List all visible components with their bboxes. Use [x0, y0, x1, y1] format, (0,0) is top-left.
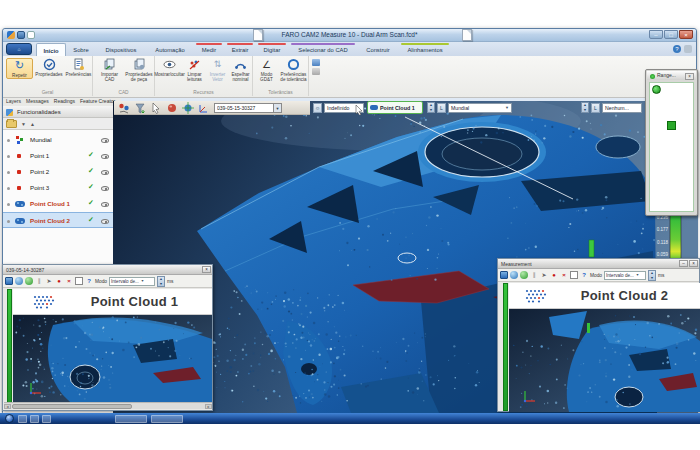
- expander-icon[interactable]: [7, 187, 10, 190]
- taskbar-icon[interactable]: [42, 415, 51, 423]
- clear-readings-button[interactable]: Limpar leituras: [183, 58, 206, 83]
- grid-icon[interactable]: [5, 277, 13, 285]
- tree-item-point-3[interactable]: Point 3 ✓: [3, 180, 113, 196]
- sync-icon[interactable]: [312, 68, 320, 75]
- chevron-down-icon[interactable]: ▼: [141, 279, 144, 283]
- ribbon-options-icon[interactable]: [684, 45, 692, 53]
- spinner-icon[interactable]: ▲▼: [427, 102, 435, 113]
- maximize-button[interactable]: □: [664, 30, 678, 39]
- tree-item-mundial[interactable]: Mundial: [3, 132, 113, 148]
- stop-icon[interactable]: ×: [65, 277, 73, 285]
- ribbon-tab-sobre[interactable]: Sobre: [67, 43, 95, 56]
- range-panel[interactable]: Range... ×: [645, 69, 698, 216]
- mode-combo[interactable]: Intervalo de...▼: [604, 271, 646, 280]
- grid-icon[interactable]: [500, 271, 508, 279]
- repeat-button[interactable]: ↻ Repetir: [6, 58, 33, 79]
- chevron-down-icon[interactable]: ▼: [274, 103, 282, 113]
- scrollbar-thumb[interactable]: [12, 404, 132, 409]
- measurement-window[interactable]: Measurement – × ∥ ➤ ● × ? Modo Intervalo…: [497, 258, 700, 412]
- visibility-icon[interactable]: [101, 186, 109, 191]
- ribbon-tab-automa-o[interactable]: Automação: [147, 43, 193, 56]
- sphere-icon[interactable]: [15, 277, 23, 285]
- chevron-down-icon[interactable]: ▼: [636, 273, 639, 277]
- sort-down-icon[interactable]: ▼: [21, 121, 26, 127]
- cursor-icon[interactable]: ➤: [45, 277, 53, 285]
- horizontal-scrollbar[interactable]: ◂ ▸: [4, 402, 212, 409]
- import-cad-button[interactable]: Importar CAD: [96, 58, 123, 83]
- alignment-selector-b[interactable]: ▲▼ L Nenhum...: [581, 102, 642, 113]
- export-icon[interactable]: [312, 59, 320, 66]
- taskbar-window-button[interactable]: [115, 415, 147, 423]
- spinner-icon[interactable]: ▲▼: [581, 102, 589, 113]
- windows-taskbar[interactable]: [0, 413, 700, 424]
- tolerance-preferences-button[interactable]: Preferências de tolerância: [280, 58, 307, 83]
- range-panel-title[interactable]: Range... ×: [647, 71, 696, 80]
- sort-up-icon[interactable]: ▲: [30, 121, 35, 127]
- folder-icon[interactable]: [6, 120, 17, 128]
- scan-id-field[interactable]: ▼: [214, 103, 282, 113]
- close-icon[interactable]: ×: [685, 73, 694, 80]
- close-icon[interactable]: ×: [202, 266, 211, 273]
- measurement-window-title[interactable]: Measurement: [498, 259, 699, 269]
- mode-combo[interactable]: Intervalo de...▼: [109, 277, 155, 286]
- visibility-icon[interactable]: [101, 154, 109, 159]
- frame-icon[interactable]: [75, 277, 83, 285]
- visibility-icon[interactable]: [101, 202, 109, 207]
- record-icon[interactable]: ●: [55, 277, 63, 285]
- tree-item-point-cloud-1[interactable]: Point Cloud 1 ✓: [3, 196, 113, 212]
- features-panel-header[interactable]: Funcionalidades: [3, 106, 113, 118]
- spinner-icon[interactable]: ▲▼: [648, 270, 656, 281]
- frame-icon[interactable]: [570, 271, 578, 279]
- ribbon-tab-selecionar-do-cad[interactable]: Selecionar do CAD: [289, 43, 357, 56]
- record-icon[interactable]: ●: [550, 271, 558, 279]
- cursor-icon[interactable]: ➤: [540, 271, 548, 279]
- sphere-target-icon[interactable]: [182, 102, 194, 114]
- pause-icon[interactable]: ∥: [35, 277, 43, 285]
- pause-icon[interactable]: ∥: [530, 271, 538, 279]
- close-button[interactable]: ×: [679, 30, 693, 39]
- select-cursor-icon[interactable]: [150, 102, 162, 114]
- expander-icon[interactable]: [7, 139, 10, 142]
- scan-id-input[interactable]: [214, 103, 274, 113]
- scroll-left-icon[interactable]: ◂: [4, 404, 11, 409]
- tree-item-point-cloud-2[interactable]: Point Cloud 2 ✓: [3, 212, 113, 228]
- axes-small-icon[interactable]: [198, 102, 210, 114]
- tree-item-point-1[interactable]: Point 1 ✓: [3, 148, 113, 164]
- start-icon[interactable]: [25, 277, 33, 285]
- expander-icon[interactable]: [7, 220, 10, 223]
- scan-window-1-title[interactable]: 039-05-14-30287: [3, 265, 212, 275]
- scan-scene-1[interactable]: [13, 315, 212, 404]
- tab-layers[interactable]: Layers: [6, 98, 21, 104]
- readings-icon[interactable]: [118, 102, 130, 114]
- chevron-down-icon[interactable]: ▼: [505, 105, 509, 110]
- start-icon[interactable]: [520, 271, 528, 279]
- title-bar[interactable]: FARO CAM2 Measure 10 - Dual Arm Scan.fcd…: [3, 29, 696, 42]
- ribbon-tab-digitar[interactable]: Digitar: [256, 43, 288, 56]
- start-orb-icon[interactable]: [5, 414, 14, 423]
- tab-feature-creator[interactable]: Feature Creator: [80, 98, 115, 104]
- measurement-scene[interactable]: [509, 309, 700, 412]
- alignment-selector-a[interactable]: ▲▼ L Mundial▼: [427, 102, 512, 113]
- visibility-icon[interactable]: [101, 138, 109, 143]
- filter-icon[interactable]: [134, 102, 146, 114]
- show-hide-button[interactable]: Mostrar/ocultar: [157, 58, 182, 77]
- scroll-right-icon[interactable]: ▸: [205, 404, 212, 409]
- properties-button[interactable]: Propriedades: [34, 58, 64, 77]
- taskbar-window-button[interactable]: [151, 415, 183, 423]
- visibility-icon[interactable]: [101, 170, 109, 175]
- help-icon[interactable]: ?: [673, 45, 681, 53]
- taskbar-icon[interactable]: [30, 415, 39, 423]
- preferences-button[interactable]: Preferências: [65, 58, 92, 77]
- ribbon-tab-construir[interactable]: Construir: [358, 43, 398, 56]
- ribbon-tab-in-cio[interactable]: Início: [36, 43, 66, 56]
- minimize-button[interactable]: –: [649, 30, 663, 39]
- mirror-nominal-button[interactable]: Espelhar nominal: [229, 58, 252, 83]
- ribbon-tab-dispositivos[interactable]: Dispositivos: [96, 43, 146, 56]
- close-icon[interactable]: ×: [689, 260, 698, 267]
- application-menu-button[interactable]: ⌂: [6, 43, 32, 55]
- ribbon-tab-extrair[interactable]: Extrair: [225, 43, 255, 56]
- help-icon[interactable]: ?: [580, 271, 588, 279]
- tree-item-point-2[interactable]: Point 2 ✓: [3, 164, 113, 180]
- spinner-icon[interactable]: ▲▼: [157, 276, 165, 287]
- expander-icon[interactable]: [7, 171, 10, 174]
